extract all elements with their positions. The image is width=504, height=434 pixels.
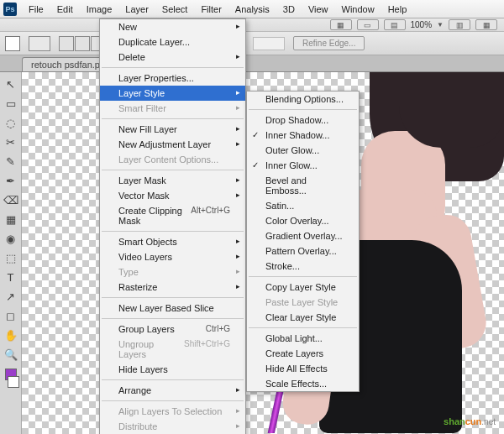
layer-menu-item[interactable]: Rasterize <box>100 280 245 295</box>
layer-menu-item[interactable]: Layer Mask <box>100 173 245 188</box>
menu-window[interactable]: Window <box>335 2 381 17</box>
style-menu-item[interactable]: Pattern Overlay... <box>247 243 359 259</box>
menu-view[interactable]: View <box>302 2 335 17</box>
style-menu-item[interactable]: Hide All Effects <box>247 361 359 376</box>
tool-5[interactable]: ✒ <box>3 172 19 189</box>
layer-style-submenu: Blending Options...Drop Shadow...Inner S… <box>246 91 360 392</box>
workspace-button[interactable]: ▦ <box>475 19 497 30</box>
tool-7[interactable]: ▦ <box>3 211 19 227</box>
style-menu-item[interactable]: Blending Options... <box>247 92 359 107</box>
style-menu-item[interactable]: Inner Shadow... <box>247 128 359 143</box>
options-bar: Width: ⇄ Height: Refine Edge... <box>0 32 504 55</box>
tool-13[interactable]: ✋ <box>3 327 19 343</box>
menu-select[interactable]: Select <box>155 2 195 17</box>
layer-menu-item[interactable]: Group LayersCtrl+G <box>100 322 245 337</box>
style-menu-item[interactable]: Copy Layer Style <box>247 280 359 295</box>
layer-menu-item[interactable]: Layer Style <box>100 86 245 101</box>
layer-menu-item[interactable]: Arrange <box>100 383 245 398</box>
top-toolbar: ▦ ▭ ▤ 100% ▼ ▥ ▦ <box>0 18 504 32</box>
mode-new[interactable] <box>59 36 74 51</box>
layer-menu-item[interactable]: Delete <box>100 50 245 65</box>
tool-12[interactable]: ◻ <box>3 307 19 324</box>
tool-preset-picker[interactable] <box>29 36 50 51</box>
height-input[interactable] <box>253 37 285 50</box>
style-menu-item[interactable]: Outer Glow... <box>247 143 359 158</box>
layer-menu-item[interactable]: Layer Properties... <box>100 71 245 86</box>
menu-image[interactable]: Image <box>80 2 119 17</box>
layer-menu-item[interactable]: New Fill Layer <box>100 122 245 137</box>
layer-menu-item[interactable]: Smart Objects <box>100 234 245 249</box>
menu-file[interactable]: File <box>22 2 50 17</box>
style-menu-item[interactable]: Scale Effects... <box>247 376 359 391</box>
style-menu-item[interactable]: Gradient Overlay... <box>247 228 359 243</box>
tool-0[interactable]: ↖ <box>3 76 19 92</box>
tool-preset-swatch[interactable] <box>5 36 20 51</box>
menu-3d[interactable]: 3D <box>276 2 302 17</box>
style-menu-item[interactable]: Color Overlay... <box>247 213 359 228</box>
style-menu-item[interactable]: Inner Glow... <box>247 158 359 173</box>
screen-mode-button[interactable]: ▤ <box>384 19 406 30</box>
app-icon: Ps <box>3 3 17 16</box>
launch-bridge-button[interactable]: ▦ <box>330 19 352 30</box>
style-menu-item[interactable]: Satin... <box>247 198 359 213</box>
arrange-docs-button[interactable]: ▥ <box>449 19 470 30</box>
layer-menu-item[interactable]: New Adjustment Layer <box>100 137 245 152</box>
style-menu-item: Paste Layer Style <box>247 295 359 310</box>
menu-analysis[interactable]: Analysis <box>228 2 276 17</box>
tool-2[interactable]: ◌ <box>3 114 19 131</box>
watermark: shancun.net <box>444 410 496 429</box>
menu-filter[interactable]: Filter <box>194 2 228 17</box>
style-menu-item[interactable]: Global Light... <box>247 331 359 346</box>
zoom-value[interactable]: 100% <box>411 20 433 29</box>
mode-add[interactable] <box>75 36 90 51</box>
layer-menu-item[interactable]: New Layer Based Slice <box>100 301 245 316</box>
layer-menu-item[interactable]: Create Clipping MaskAlt+Ctrl+G <box>100 203 245 228</box>
style-menu-item[interactable]: Create Layers <box>247 346 359 361</box>
tool-10[interactable]: T <box>3 269 19 285</box>
layer-menu-item: Layer Content Options... <box>100 152 245 167</box>
menubar: Ps FileEditImageLayerSelectFilterAnalysi… <box>0 0 504 18</box>
layer-menu-item[interactable]: Hide Layers <box>100 362 245 377</box>
layer-menu-item: Smart Filter <box>100 101 245 116</box>
tool-11[interactable]: ↗ <box>3 288 19 305</box>
refine-edge-button[interactable]: Refine Edge... <box>293 36 365 50</box>
view-extras-button[interactable]: ▭ <box>357 19 379 30</box>
tool-6[interactable]: ⌫ <box>3 191 19 208</box>
tool-1[interactable]: ▭ <box>3 95 19 112</box>
layer-menu-item: Align Layers To Selection <box>100 404 245 419</box>
layer-menu-item: Ungroup LayersShift+Ctrl+G <box>100 337 245 362</box>
menu-layer[interactable]: Layer <box>118 2 155 17</box>
style-menu-item[interactable]: Stroke... <box>247 259 359 274</box>
style-menu-item[interactable]: Clear Layer Style <box>247 310 359 325</box>
layer-menu-item[interactable]: Duplicate Layer... <box>100 34 245 50</box>
layer-menu-item[interactable]: New <box>100 19 245 34</box>
tool-8[interactable]: ◉ <box>3 230 19 247</box>
menu-edit[interactable]: Edit <box>50 2 80 17</box>
tool-3[interactable]: ✂ <box>3 133 19 150</box>
layer-menu: NewDuplicate Layer...DeleteLayer Propert… <box>99 18 246 434</box>
tool-4[interactable]: ✎ <box>3 153 19 170</box>
layer-menu-item[interactable]: Vector Mask <box>100 188 245 203</box>
tools-panel: ↖▭◌✂✎✒⌫▦◉⬚T↗◻✋🔍 <box>0 72 22 434</box>
layer-menu-item: Distribute <box>100 419 245 434</box>
tool-9[interactable]: ⬚ <box>3 249 19 266</box>
background-color[interactable] <box>8 376 19 388</box>
style-menu-item[interactable]: Drop Shadow... <box>247 112 359 128</box>
style-menu-item[interactable]: Bevel and Emboss... <box>247 173 359 198</box>
layer-menu-item[interactable]: Video Layers <box>100 249 245 264</box>
tool-14[interactable]: 🔍 <box>3 346 19 363</box>
menu-help[interactable]: Help <box>381 2 414 17</box>
document-tabs: retouch psdfan.psd @... × <box>0 55 504 72</box>
layer-menu-item: Type <box>100 264 245 280</box>
